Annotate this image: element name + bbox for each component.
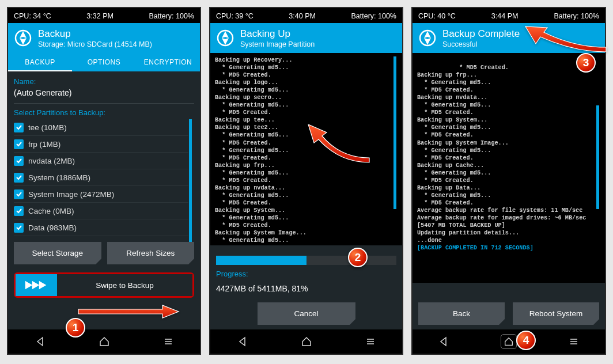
annotation-arrow-2 bbox=[306, 124, 381, 167]
partition-row[interactable]: tee (10MB) bbox=[14, 119, 188, 136]
partition-row[interactable]: System Image (2472MB) bbox=[14, 186, 188, 203]
reboot-system-button[interactable]: Reboot System bbox=[513, 302, 599, 325]
nav-home-icon[interactable] bbox=[99, 336, 110, 347]
header-subtitle: Successful bbox=[442, 40, 520, 48]
name-label: Name: bbox=[14, 77, 194, 86]
progress-text: 4427MB of 5411MB, 81% bbox=[216, 284, 396, 293]
partition-row[interactable]: System (1886MB) bbox=[14, 169, 188, 186]
annotation-badge-3: 3 bbox=[576, 53, 596, 73]
nav-home-icon[interactable] bbox=[501, 334, 517, 349]
swipe-label: Swipe to Backup bbox=[57, 281, 192, 290]
checkbox-icon[interactable] bbox=[14, 223, 24, 233]
header: Backup Complete Successful bbox=[413, 23, 605, 53]
scroll-indicator[interactable] bbox=[189, 119, 192, 246]
header-subtitle: System Image Partition bbox=[240, 40, 315, 48]
partition-label: Cache (0MB) bbox=[28, 207, 74, 215]
nav-menu-icon[interactable] bbox=[568, 336, 580, 347]
screen-3: CPU: 40 °C 3:44 PM Battery: 100% Backup … bbox=[411, 7, 606, 355]
scroll-indicator[interactable] bbox=[393, 56, 396, 209]
annotation-badge-2: 2 bbox=[348, 248, 368, 267]
twrp-logo-icon bbox=[216, 29, 234, 47]
status-battery: Battery: 100% bbox=[554, 12, 599, 20]
partition-label: tee (10MB) bbox=[28, 123, 67, 132]
header-subtitle: Storage: Micro SDCard (14514 MB) bbox=[38, 40, 152, 48]
checkbox-icon[interactable] bbox=[14, 139, 24, 149]
refresh-sizes-button[interactable]: Refresh Sizes bbox=[107, 242, 195, 264]
nav-bar bbox=[413, 329, 605, 354]
back-button[interactable]: Back bbox=[418, 302, 505, 325]
scroll-indicator[interactable] bbox=[596, 105, 599, 209]
status-bar: CPU: 34 °C 3:32 PM Battery: 100% bbox=[8, 8, 200, 23]
partition-row[interactable]: Data (983MB) bbox=[14, 219, 188, 236]
header-title: Backup Complete bbox=[442, 28, 520, 40]
partitions-label: Select Partitions to Backup: bbox=[14, 108, 194, 117]
partition-row[interactable]: Cache (0MB) bbox=[14, 203, 188, 219]
log-text: * MD5 Created. Backing up frp... * Gener… bbox=[417, 65, 586, 244]
screen-1: CPU: 34 °C 3:32 PM Battery: 100% Backup … bbox=[7, 7, 201, 355]
partition-label: nvdata (2MB) bbox=[28, 157, 75, 165]
partition-label: System Image (2472MB) bbox=[28, 190, 114, 199]
name-value[interactable]: (Auto Generate) bbox=[14, 88, 194, 97]
partition-label: System (1886MB) bbox=[28, 173, 90, 182]
partition-row[interactable]: nvdata (2MB) bbox=[14, 153, 188, 169]
backup-log: * MD5 Created. Backing up frp... * Gener… bbox=[417, 56, 600, 259]
header: Backup Storage: Micro SDCard (14514 MB) bbox=[8, 23, 200, 53]
nav-bar bbox=[210, 329, 402, 354]
nav-menu-icon[interactable] bbox=[162, 336, 174, 347]
status-time: 3:40 PM bbox=[289, 12, 316, 20]
tab-backup[interactable]: BACKUP bbox=[8, 53, 72, 71]
status-time: 3:44 PM bbox=[491, 12, 519, 20]
partition-label: frp (1MB) bbox=[28, 140, 60, 149]
progress-bar bbox=[216, 256, 396, 265]
header: Backing Up System Image Partition bbox=[210, 23, 402, 53]
nav-back-icon[interactable] bbox=[237, 336, 248, 347]
tabs: BACKUP OPTIONS ENCRYPTION bbox=[8, 53, 200, 71]
annotation-arrow-1 bbox=[77, 304, 181, 321]
status-cpu: CPU: 34 °C bbox=[14, 12, 51, 20]
annotation-arrow-3 bbox=[522, 25, 608, 56]
status-cpu: CPU: 39 °C bbox=[216, 12, 253, 20]
swipe-handle-icon[interactable] bbox=[16, 274, 57, 296]
partition-label: Data (983MB) bbox=[28, 223, 77, 232]
cancel-button[interactable]: Cancel bbox=[258, 302, 355, 325]
checkbox-icon[interactable] bbox=[14, 206, 24, 216]
checkbox-icon[interactable] bbox=[14, 123, 24, 132]
nav-back-icon[interactable] bbox=[438, 336, 449, 347]
status-battery: Battery: 100% bbox=[351, 12, 396, 20]
tab-options[interactable]: OPTIONS bbox=[72, 53, 136, 71]
annotation-badge-4: 4 bbox=[516, 331, 536, 350]
partition-row[interactable]: frp (1MB) bbox=[14, 136, 188, 153]
nav-bar bbox=[8, 329, 200, 354]
status-battery: Battery: 100% bbox=[149, 12, 194, 20]
header-title: Backup bbox=[38, 28, 152, 40]
screen-2: CPU: 39 °C 3:40 PM Battery: 100% Backing… bbox=[209, 7, 403, 355]
swipe-to-backup[interactable]: Swipe to Backup bbox=[14, 272, 194, 298]
status-time: 3:32 PM bbox=[86, 12, 113, 20]
nav-back-icon[interactable] bbox=[35, 336, 46, 347]
nav-menu-icon[interactable] bbox=[365, 336, 376, 347]
status-bar: CPU: 39 °C 3:40 PM Battery: 100% bbox=[210, 8, 402, 23]
select-storage-button[interactable]: Select Storage bbox=[14, 242, 101, 264]
annotation-badge-1: 1 bbox=[66, 318, 85, 338]
tab-encryption[interactable]: ENCRYPTION bbox=[136, 53, 200, 71]
checkbox-icon[interactable] bbox=[14, 189, 24, 199]
twrp-logo-icon bbox=[418, 29, 437, 47]
progress-label: Progress: bbox=[216, 270, 396, 278]
twrp-logo-icon bbox=[14, 29, 32, 47]
status-bar: CPU: 40 °C 3:44 PM Battery: 100% bbox=[413, 8, 605, 23]
checkbox-icon[interactable] bbox=[14, 156, 24, 166]
log-done: [BACKUP COMPLETED IN 712 SECONDS] bbox=[417, 245, 533, 251]
header-title: Backing Up bbox=[240, 28, 315, 40]
nav-home-icon[interactable] bbox=[301, 336, 312, 347]
status-cpu: CPU: 40 °C bbox=[418, 12, 456, 20]
checkbox-icon[interactable] bbox=[14, 173, 24, 183]
